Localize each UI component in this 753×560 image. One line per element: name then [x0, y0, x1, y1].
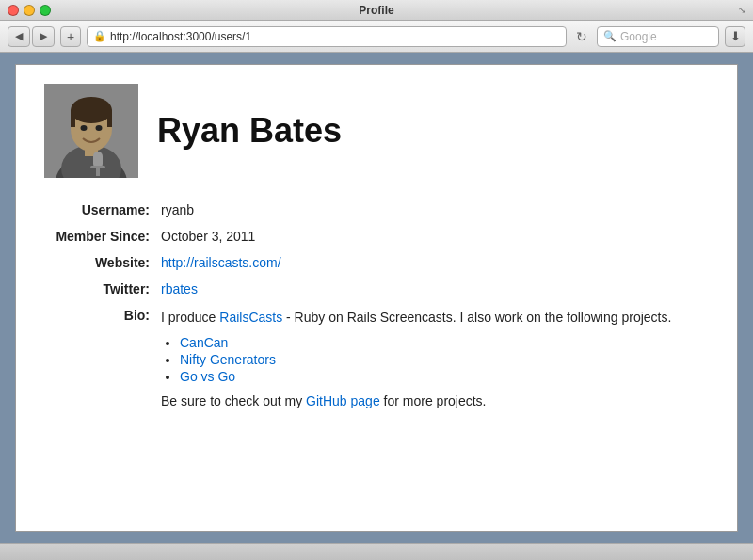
- minimize-button[interactable]: [24, 5, 35, 16]
- svg-point-8: [81, 125, 88, 131]
- member-since-value: October 3, 2011: [157, 223, 709, 249]
- avatar: [44, 84, 138, 178]
- go-vs-go-link[interactable]: Go vs Go: [180, 369, 235, 384]
- search-icon: 🔍: [603, 30, 617, 42]
- back-button[interactable]: ◀: [8, 26, 30, 47]
- bio-outro-after: for more projects.: [380, 393, 487, 408]
- download-button[interactable]: ⬇: [725, 26, 745, 47]
- website-value: http://railscasts.com/: [157, 249, 709, 276]
- svg-point-5: [71, 97, 112, 123]
- bio-intro: I produce: [161, 310, 219, 325]
- list-item: Nifty Generators: [180, 352, 705, 367]
- member-since-label: Member Since:: [44, 223, 157, 249]
- member-since-row: Member Since: October 3, 2011: [44, 223, 709, 249]
- window-controls: [8, 5, 51, 16]
- twitter-value: rbates: [157, 276, 709, 302]
- forward-button[interactable]: ▶: [32, 26, 55, 47]
- svg-rect-6: [71, 110, 75, 127]
- maximize-button[interactable]: [40, 5, 51, 16]
- svg-rect-12: [96, 168, 100, 176]
- nifty-generators-link[interactable]: Nifty Generators: [180, 352, 276, 367]
- website-label: Website:: [44, 249, 157, 276]
- nav-bar: ◀ ▶ + 🔒 http://localhost:3000/users/1 ↻ …: [0, 21, 753, 53]
- bio-label: Bio:: [44, 302, 157, 417]
- address-icon: 🔒: [93, 30, 106, 42]
- address-bar[interactable]: 🔒 http://localhost:3000/users/1: [87, 26, 567, 47]
- bio-content: I produce RailsCasts - Ruby on Rails Scr…: [157, 302, 709, 417]
- bio-outro: Be sure to check out my GitHub page for …: [161, 392, 705, 411]
- status-bar: [0, 543, 753, 560]
- website-link[interactable]: http://railscasts.com/: [161, 255, 281, 270]
- new-tab-button[interactable]: +: [60, 26, 81, 47]
- title-bar: Profile ⤡: [0, 0, 753, 21]
- search-bar[interactable]: 🔍 Google: [597, 26, 719, 47]
- username-value: ryanb: [157, 197, 709, 223]
- cancan-link[interactable]: CanCan: [180, 335, 228, 350]
- website-row: Website: http://railscasts.com/: [44, 249, 709, 276]
- profile-header: Ryan Bates: [44, 84, 709, 178]
- bio-middle: - Ruby on Rails Screencasts. I also work…: [282, 310, 671, 325]
- refresh-button[interactable]: ↻: [572, 29, 591, 44]
- twitter-link[interactable]: rbates: [161, 281, 198, 296]
- list-item: Go vs Go: [180, 369, 705, 384]
- nav-arrows: ◀ ▶: [8, 26, 55, 47]
- railscasts-link[interactable]: RailsCasts: [219, 310, 282, 325]
- username-row: Username: ryanb: [44, 197, 709, 223]
- svg-rect-11: [90, 166, 105, 168]
- bio-projects-list: CanCan Nifty Generators Go vs Go: [180, 335, 705, 384]
- bio-text: I produce RailsCasts - Ruby on Rails Scr…: [161, 308, 705, 328]
- github-link[interactable]: GitHub page: [306, 393, 380, 408]
- svg-rect-7: [107, 110, 112, 127]
- svg-point-9: [96, 125, 103, 131]
- profile-name: Ryan Bates: [157, 111, 342, 151]
- twitter-row: Twitter: rbates: [44, 276, 709, 302]
- window-title: Profile: [359, 4, 393, 17]
- browser-content: Ryan Bates Username: ryanb Member Since:…: [0, 53, 753, 543]
- resize-icon: ⤡: [738, 5, 745, 15]
- bio-outro-before: Be sure to check out my: [161, 393, 306, 408]
- url-display: http://localhost:3000/users/1: [110, 30, 560, 43]
- bio-row: Bio: I produce RailsCasts - Ruby on Rail…: [44, 302, 709, 417]
- search-placeholder: Google: [620, 30, 657, 43]
- close-button[interactable]: [8, 5, 19, 16]
- page-frame: Ryan Bates Username: ryanb Member Since:…: [15, 64, 738, 532]
- list-item: CanCan: [180, 335, 705, 350]
- username-label: Username:: [44, 197, 157, 223]
- profile-fields: Username: ryanb Member Since: October 3,…: [44, 197, 709, 417]
- twitter-label: Twitter:: [44, 276, 157, 302]
